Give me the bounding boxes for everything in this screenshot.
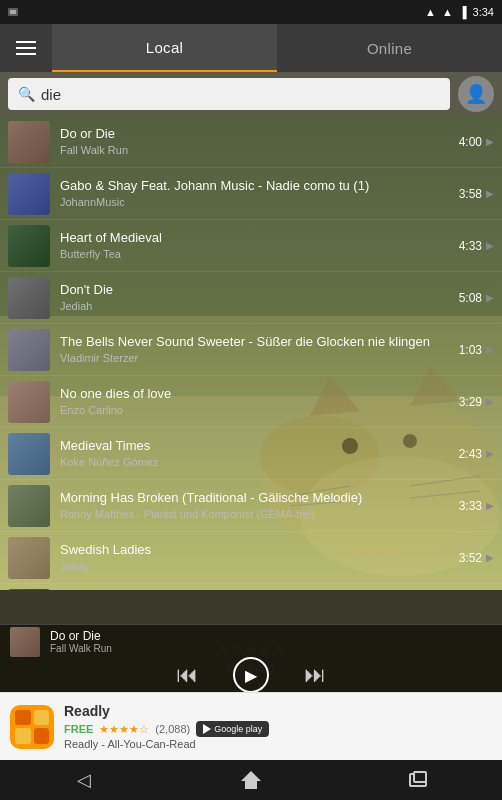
status-icons-left <box>8 7 22 17</box>
song-info: Don't Die Jediah <box>60 282 451 313</box>
google-play-button[interactable]: Google play <box>196 721 269 737</box>
song-duration: 3:29 <box>459 395 482 409</box>
tab-local[interactable]: Local <box>52 24 277 72</box>
ad-title: Readly <box>64 703 492 719</box>
now-playing-track: Do or Die Fall Walk Run <box>0 625 502 658</box>
song-thumbnail <box>8 537 50 579</box>
song-item[interactable]: Gabo & Shay Feat. Johann Music - Nadie c… <box>0 168 502 220</box>
song-item[interactable]: No one dies of love Enzo Carlino 3:29 ▶ <box>0 376 502 428</box>
song-title: The Bells Never Sound Sweeter - Süßer di… <box>60 334 451 351</box>
song-item[interactable]: Heart of Medieval Butterfly Tea 4:33 ▶ <box>0 220 502 272</box>
song-info: Swedish Ladies Jonay <box>60 542 451 573</box>
chevron-right-icon: ▶ <box>486 292 494 303</box>
song-info: The Bells Never Sound Sweeter - Süßer di… <box>60 334 451 365</box>
song-artist: Ronny Matthes - Pianist und Komponist (G… <box>60 507 451 521</box>
chevron-right-icon: ▶ <box>486 396 494 407</box>
play-triangle-icon <box>203 724 211 734</box>
song-duration: 4:00 <box>459 135 482 149</box>
search-bar: 🔍 👤 <box>0 72 502 116</box>
song-list-container: Do or Die Fall Walk Run 4:00 ▶ Gabo & Sh… <box>0 116 502 590</box>
song-info: Gabo & Shay Feat. Johann Music - Nadie c… <box>60 178 451 209</box>
home-button[interactable] <box>226 765 276 795</box>
home-icon <box>241 771 261 789</box>
rewind-button[interactable]: ⏮ <box>171 659 203 691</box>
song-artist: Jediah <box>60 299 451 313</box>
song-title: Morning Has Broken (Traditional - Gälisc… <box>60 490 451 507</box>
ad-icon-cell-3 <box>15 728 31 744</box>
chevron-right-icon: ▶ <box>486 136 494 147</box>
now-playing-controls: ⏮ ▶ ⏭ <box>0 658 502 692</box>
recents-icon <box>409 773 427 787</box>
menu-button[interactable] <box>0 24 52 72</box>
song-thumbnail <box>8 329 50 371</box>
song-list: Do or Die Fall Walk Run 4:00 ▶ Gabo & Sh… <box>0 116 502 590</box>
ad-banner: Readly FREE ★★★★☆ (2,088) Google play Re… <box>0 692 502 760</box>
now-playing-info: Do or Die Fall Walk Run <box>50 629 492 654</box>
now-playing-artist: Fall Walk Run <box>50 643 492 654</box>
play-button[interactable]: ▶ <box>233 657 269 693</box>
battery-icon: ▐ <box>459 6 467 18</box>
person-icon: 👤 <box>465 83 487 105</box>
song-thumbnail <box>8 381 50 423</box>
song-thumbnail <box>8 121 50 163</box>
tab-online[interactable]: Online <box>277 24 502 72</box>
song-title: Heart of Medieval <box>60 230 451 247</box>
song-title: Medieval Times <box>60 438 451 455</box>
song-item[interactable]: The Bells Never Sound Sweeter - Süßer di… <box>0 324 502 376</box>
song-item[interactable]: Morning Has Broken (Traditional - Gälisc… <box>0 480 502 532</box>
chevron-right-icon: ▶ <box>486 188 494 199</box>
back-icon: ◁ <box>77 769 91 791</box>
ad-icon-cell-4 <box>34 728 50 744</box>
signal-icon: ▲ <box>442 6 453 18</box>
ad-icon-cell-1 <box>15 710 31 726</box>
song-item[interactable]: Do or Die Fall Walk Run 4:00 ▶ <box>0 116 502 168</box>
recents-button[interactable] <box>393 765 443 795</box>
song-info: Medieval Times Koke Núñez Gómez <box>60 438 451 469</box>
song-item[interactable]: Swedish Ladies Jonay 3:52 ▶ <box>0 532 502 584</box>
song-duration: 3:52 <box>459 551 482 565</box>
song-duration: 3:58 <box>459 187 482 201</box>
song-artist: Butterfly Tea <box>60 247 451 261</box>
ad-reviews: (2,088) <box>155 723 190 735</box>
song-item[interactable]: Raving Melodies DJ Epsilon 4:56 ▶ <box>0 584 502 590</box>
song-item[interactable]: Don't Die Jediah 5:08 ▶ <box>0 272 502 324</box>
song-duration: 3:33 <box>459 499 482 513</box>
song-thumbnail <box>8 173 50 215</box>
song-info: No one dies of love Enzo Carlino <box>60 386 451 417</box>
ad-stars: ★★★★☆ <box>99 723 149 736</box>
song-thumbnail <box>8 225 50 267</box>
notification-icons <box>8 7 22 17</box>
chevron-right-icon: ▶ <box>486 344 494 355</box>
song-title: Swedish Ladies <box>60 542 451 559</box>
song-title: Don't Die <box>60 282 451 299</box>
back-button[interactable]: ◁ <box>59 765 109 795</box>
ad-description: Readly - All-You-Can-Read <box>64 738 492 750</box>
song-duration: 2:43 <box>459 447 482 461</box>
song-artist: Enzo Carlino <box>60 403 451 417</box>
chevron-right-icon: ▶ <box>486 448 494 459</box>
song-artist: Vladimir Sterzer <box>60 351 451 365</box>
song-info: Heart of Medieval Butterfly Tea <box>60 230 451 261</box>
song-title: No one dies of love <box>60 386 451 403</box>
song-duration: 4:33 <box>459 239 482 253</box>
now-playing-title: Do or Die <box>50 629 492 643</box>
song-thumbnail <box>8 433 50 475</box>
song-item[interactable]: Medieval Times Koke Núñez Gómez 2:43 ▶ <box>0 428 502 480</box>
song-thumbnail <box>8 277 50 319</box>
song-artist: Jonay <box>60 559 451 573</box>
search-input-wrap[interactable]: 🔍 <box>8 78 450 110</box>
status-icons-right: ▲ ▲ ▐ 3:34 <box>425 6 494 18</box>
time-display: 3:34 <box>473 6 494 18</box>
song-artist: Koke Núñez Gómez <box>60 455 451 469</box>
fast-forward-button[interactable]: ⏭ <box>299 659 331 691</box>
ad-app-icon <box>10 705 54 749</box>
user-button[interactable]: 👤 <box>458 76 494 112</box>
song-artist: JohannMusic <box>60 195 451 209</box>
header: Local Online <box>0 24 502 72</box>
song-duration: 5:08 <box>459 291 482 305</box>
search-icon: 🔍 <box>18 86 35 102</box>
chevron-right-icon: ▶ <box>486 552 494 563</box>
search-input[interactable] <box>41 86 440 103</box>
song-thumbnail <box>8 485 50 527</box>
chevron-right-icon: ▶ <box>486 500 494 511</box>
